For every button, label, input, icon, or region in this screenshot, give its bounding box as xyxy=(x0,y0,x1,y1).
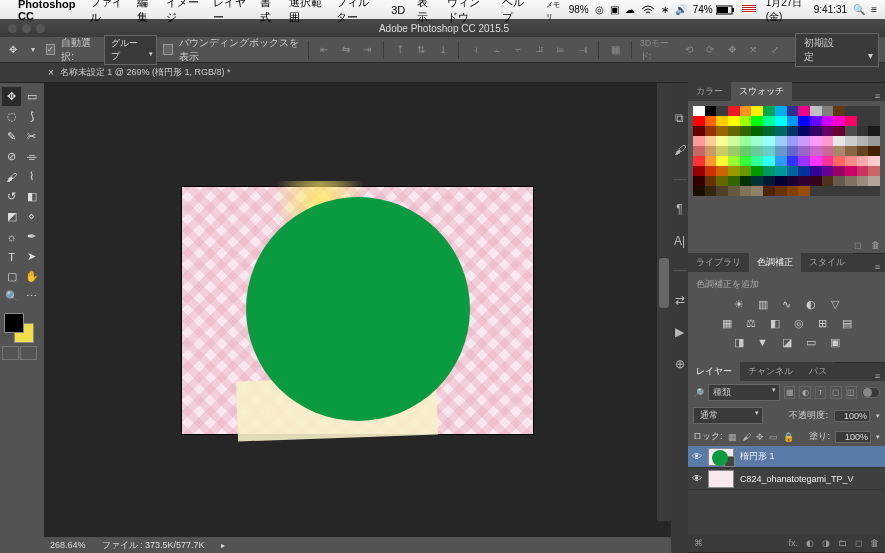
menu-type[interactable]: 書式 xyxy=(260,0,277,25)
swatch-cell[interactable] xyxy=(857,186,869,196)
swatch-cell[interactable] xyxy=(845,116,857,126)
swatch-cell[interactable] xyxy=(751,176,763,186)
marquee-tool[interactable]: ◌ xyxy=(2,107,21,126)
zoom-tool[interactable]: 🔍 xyxy=(2,287,21,306)
hand-tool[interactable]: ✋ xyxy=(22,267,41,286)
swatch-cell[interactable] xyxy=(845,166,857,176)
dodge-tool[interactable]: ☼ xyxy=(2,227,21,246)
filter-type-icon[interactable]: T xyxy=(815,386,826,399)
swatch-cell[interactable] xyxy=(822,176,834,186)
swatch-cell[interactable] xyxy=(775,186,787,196)
swatch-cell[interactable] xyxy=(833,126,845,136)
cloud-icon[interactable]: ☁ xyxy=(625,4,635,15)
menu-layer[interactable]: レイヤー xyxy=(213,0,248,25)
swatch-cell[interactable] xyxy=(705,176,717,186)
stamp-tool[interactable]: ⌇ xyxy=(22,167,41,186)
distribute-center-h-icon[interactable]: ⫠ xyxy=(489,41,505,59)
color-balance-icon[interactable]: ⚖ xyxy=(743,316,759,330)
show-bbox-checkbox[interactable] xyxy=(163,44,173,55)
swatch-cell[interactable] xyxy=(728,106,740,116)
swatch-cell[interactable] xyxy=(751,136,763,146)
notification-icon[interactable]: ≡ xyxy=(871,4,877,15)
layer-thumbnail[interactable] xyxy=(708,448,734,466)
swatch-cell[interactable] xyxy=(810,156,822,166)
swatch-cell[interactable] xyxy=(716,146,728,156)
tab-color[interactable]: カラー xyxy=(688,82,731,101)
swatch-cell[interactable] xyxy=(716,156,728,166)
layer-name[interactable]: 楕円形 1 xyxy=(740,450,775,463)
swatch-cell[interactable] xyxy=(868,116,880,126)
menu-window[interactable]: ウィンドウ xyxy=(447,0,490,25)
wifi-icon[interactable] xyxy=(641,4,655,15)
distribute-h-icon[interactable]: ⫞ xyxy=(467,41,483,59)
align-right-icon[interactable]: ⇥ xyxy=(360,41,376,59)
swatch-cell[interactable] xyxy=(751,106,763,116)
swatch-cell[interactable] xyxy=(740,186,752,196)
swatch-cell[interactable] xyxy=(763,136,775,146)
delete-swatch-icon[interactable]: 🗑 xyxy=(871,240,880,250)
swatch-cell[interactable] xyxy=(705,186,717,196)
swatch-cell[interactable] xyxy=(833,116,845,126)
swatch-cell[interactable] xyxy=(728,136,740,146)
lock-artboard-icon[interactable]: ▭ xyxy=(769,432,778,442)
eyedropper-tool[interactable]: ⊘ xyxy=(2,147,21,166)
swatch-cell[interactable] xyxy=(775,126,787,136)
status-chevron-icon[interactable]: ▸ xyxy=(221,541,225,550)
window-minimize-button[interactable] xyxy=(22,24,31,33)
auto-select-dropdown[interactable]: グループ xyxy=(104,35,157,65)
layer-row[interactable]: 👁 楕円形 1 xyxy=(688,446,885,468)
swatch-cell[interactable] xyxy=(822,166,834,176)
swatch-cell[interactable] xyxy=(716,166,728,176)
distribute-r-icon[interactable]: ⫟ xyxy=(510,41,526,59)
swatch-cell[interactable] xyxy=(705,146,717,156)
opacity-input[interactable] xyxy=(834,410,870,422)
swatch-cell[interactable] xyxy=(822,146,834,156)
swatch-cell[interactable] xyxy=(763,116,775,126)
bluetooth-icon[interactable]: ∗ xyxy=(661,4,669,15)
swatch-cell[interactable] xyxy=(845,156,857,166)
filter-adjust-icon[interactable]: ◐ xyxy=(799,386,810,399)
path-select-tool[interactable]: ➤ xyxy=(22,247,41,266)
play-panel-icon[interactable]: ▶ xyxy=(675,325,684,339)
adjust-panel-menu-icon[interactable]: ≡ xyxy=(870,262,885,272)
eraser-tool[interactable]: ◧ xyxy=(22,187,41,206)
edit-toolbar[interactable]: ⋯ xyxy=(22,287,41,306)
swatch-cell[interactable] xyxy=(857,156,869,166)
selective-color-icon[interactable]: ▣ xyxy=(827,335,843,349)
swatch-cell[interactable] xyxy=(857,106,869,116)
auto-select-checkbox[interactable]: ✓ xyxy=(46,44,56,55)
menu-filter[interactable]: フィルター xyxy=(336,0,379,25)
swatch-cell[interactable] xyxy=(763,126,775,136)
filter-smart-icon[interactable]: ◫ xyxy=(846,386,857,399)
swatch-cell[interactable] xyxy=(693,156,705,166)
paragraph-panel-icon[interactable]: ¶ xyxy=(676,202,682,216)
swatch-cell[interactable] xyxy=(798,146,810,156)
swatch-cell[interactable] xyxy=(728,156,740,166)
swatch-cell[interactable] xyxy=(845,186,857,196)
layer-name[interactable]: C824_ohanatotegami_TP_V xyxy=(740,474,854,484)
swatch-cell[interactable] xyxy=(857,136,869,146)
lock-position-icon[interactable]: ✥ xyxy=(756,432,764,442)
swatch-cell[interactable] xyxy=(798,186,810,196)
vertical-scrollbar[interactable] xyxy=(657,83,671,521)
swatch-cell[interactable] xyxy=(845,176,857,186)
input-flag[interactable] xyxy=(742,4,760,15)
fill-chevron-icon[interactable]: ▾ xyxy=(876,433,880,441)
lookup-icon[interactable]: ▤ xyxy=(839,316,855,330)
swatch-cell[interactable] xyxy=(798,106,810,116)
filesize-label[interactable]: ファイル : 373.5K/577.7K xyxy=(102,539,205,552)
swatch-cell[interactable] xyxy=(775,116,787,126)
swatch-cell[interactable] xyxy=(833,106,845,116)
workspace-preset-dropdown[interactable]: 初期設定 xyxy=(795,33,879,67)
pen-tool[interactable]: ✒ xyxy=(22,227,41,246)
lasso-tool[interactable]: ⟆ xyxy=(22,107,41,126)
align-center-h-icon[interactable]: ⇆ xyxy=(338,41,354,59)
swatch-cell[interactable] xyxy=(716,116,728,126)
sync-icon[interactable]: ◎ xyxy=(595,4,604,15)
quick-select-tool[interactable]: ✎ xyxy=(2,127,21,146)
swatch-cell[interactable] xyxy=(740,106,752,116)
brush-panel-icon[interactable]: 🖌 xyxy=(674,143,686,157)
vibrance-icon[interactable]: ▽ xyxy=(827,297,843,311)
swatch-cell[interactable] xyxy=(810,126,822,136)
history-brush-tool[interactable]: ↺ xyxy=(2,187,21,206)
